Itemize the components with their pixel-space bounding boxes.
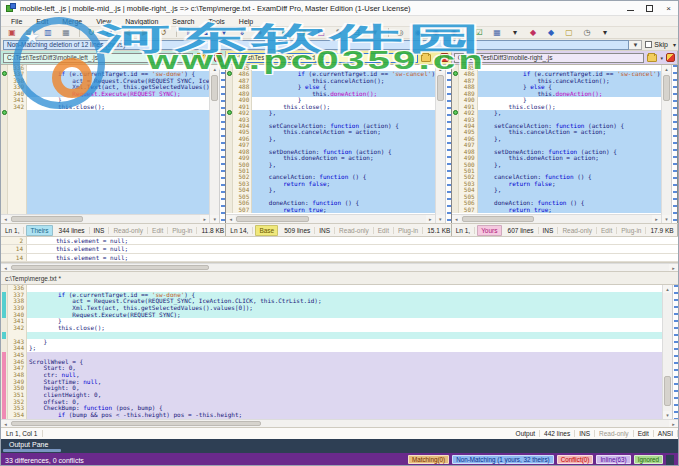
recompare-file-icon[interactable] xyxy=(666,53,675,62)
copy-block-right-icon[interactable]: ▶ xyxy=(137,27,153,38)
current-difference-combobox[interactable]: Non-Matching deletion of 12 lines (their… xyxy=(3,40,629,50)
open-file-icon[interactable] xyxy=(421,54,431,62)
hscroll-track[interactable] xyxy=(10,215,200,223)
undo-icon[interactable]: ↺ xyxy=(155,27,171,38)
pane-hscrollbar[interactable]: ◂▸ xyxy=(452,214,661,223)
scroll-right-icon[interactable]: ▸ xyxy=(200,215,209,223)
scroll-up-icon[interactable]: ▴ xyxy=(210,65,219,73)
hscroll-track[interactable] xyxy=(461,215,652,223)
last-diff-icon[interactable]: ⇓ xyxy=(234,27,250,38)
diff-map[interactable] xyxy=(219,65,225,223)
scroll-down-icon[interactable]: ▾ xyxy=(210,215,219,223)
hscroll-thumb[interactable] xyxy=(11,216,83,222)
code-area[interactable]: 485486 if (e.currentTarget.id == 'sw-can… xyxy=(226,65,434,214)
close-button[interactable]: × xyxy=(659,2,678,15)
pane-hscrollbar[interactable]: ◂▸ xyxy=(1,214,209,223)
open-file-icon[interactable] xyxy=(196,54,206,62)
merge-choice-icon[interactable] xyxy=(2,71,7,76)
search-icon[interactable]: ◎ xyxy=(392,27,408,38)
copy-block-left-icon[interactable]: ◀ xyxy=(119,27,135,38)
hscroll-track[interactable] xyxy=(235,215,425,223)
scroll-up-icon[interactable]: ▴ xyxy=(662,65,671,73)
merge-vscrollbar[interactable]: ▴ ▾ xyxy=(662,285,672,419)
merge-choice-icon[interactable] xyxy=(227,71,232,76)
hscroll-thumb[interactable] xyxy=(236,216,308,222)
vscroll-thumb[interactable] xyxy=(437,75,444,101)
save-merge-icon[interactable]: ▼ xyxy=(367,27,383,38)
minimize-button[interactable] xyxy=(621,2,640,15)
menu-item-view[interactable]: View xyxy=(89,16,118,27)
legend-badge[interactable]: Conflict(0) xyxy=(557,455,594,464)
toolbar-overflow-icon[interactable]: ▾ xyxy=(597,27,613,38)
legend-badge[interactable]: Ignored xyxy=(634,455,663,464)
menu-item-tools[interactable]: Tools xyxy=(202,16,232,27)
save-icon[interactable]: ▥ xyxy=(40,27,56,38)
vscroll-track[interactable] xyxy=(662,73,671,215)
menu-item-merge[interactable]: Merge xyxy=(55,16,89,27)
pane-vscrollbar[interactable]: ▴▾ xyxy=(661,65,671,223)
open-session-icon[interactable]: ▤ xyxy=(22,27,38,38)
diff-map[interactable] xyxy=(445,65,451,223)
open-file-dropdown-icon[interactable]: ▾ xyxy=(209,55,212,61)
yours-block-icon[interactable]: ◩ xyxy=(313,27,329,38)
current-diff-icon[interactable]: ● xyxy=(252,27,268,38)
view-grid-icon[interactable]: ▦ xyxy=(489,27,505,38)
open-file-icon[interactable] xyxy=(647,54,657,62)
legend-badge[interactable]: Non-Matching (1 yours, 32 theirs) xyxy=(452,455,553,464)
base-block-icon[interactable]: ◨ xyxy=(295,27,311,38)
output-pane-titlebar[interactable]: Output Pane xyxy=(1,439,678,453)
options-icon[interactable]: ◆ xyxy=(543,27,559,38)
menu-item-help[interactable]: Help xyxy=(232,16,260,27)
scroll-up-icon[interactable]: ▴ xyxy=(663,285,672,293)
merge-icon[interactable]: ⇶ xyxy=(349,27,365,38)
show-diffs-checkbox-icon[interactable]: ☑ xyxy=(471,27,487,38)
merge-choice-icon[interactable] xyxy=(453,71,458,76)
prev-diff-icon[interactable]: ▲ xyxy=(198,27,214,38)
pane-vscrollbar[interactable]: ▴▾ xyxy=(435,65,445,223)
snapshot-icon[interactable]: ▢ xyxy=(561,27,577,38)
next-diff-icon[interactable]: ▼ xyxy=(216,27,232,38)
maximize-button[interactable] xyxy=(640,2,659,15)
new-session-icon[interactable]: ▣ xyxy=(4,27,20,38)
hscroll-thumb[interactable] xyxy=(462,216,535,222)
inspector-hscrollbar[interactable]: ◂ ▸ xyxy=(1,263,678,271)
pane-hscrollbar[interactable]: ◂▸ xyxy=(226,214,434,223)
scroll-left-icon[interactable]: ◂ xyxy=(226,215,235,223)
menu-item-file[interactable]: File xyxy=(4,16,29,27)
skip-checkbox[interactable] xyxy=(645,41,652,48)
first-diff-icon[interactable]: ⇑ xyxy=(180,27,196,38)
skip-checkbox-group[interactable]: Skip xyxy=(645,41,668,48)
clock-icon[interactable]: ◷ xyxy=(579,27,595,38)
theirs-block-icon[interactable]: ◧ xyxy=(277,27,293,38)
row-overflow-icon[interactable]: ▾ xyxy=(673,41,676,48)
scroll-right-icon[interactable]: ▸ xyxy=(652,215,661,223)
vscroll-track[interactable] xyxy=(436,73,445,215)
menu-item-edit[interactable]: Edit xyxy=(29,16,55,27)
merge-diff-map[interactable] xyxy=(672,285,678,419)
file-path-field-right[interactable]: C:\Test\Test\Diff3\mobile-right_.js xyxy=(454,53,645,63)
legend-badge[interactable]: Inline(63) xyxy=(596,455,630,464)
edit-icon[interactable]: ✎ xyxy=(331,27,347,38)
merge-choice-icon[interactable] xyxy=(227,110,232,115)
merge-hscrollbar[interactable]: ◂ ▸ xyxy=(1,419,678,427)
scroll-down-icon[interactable]: ▾ xyxy=(436,215,445,223)
scroll-down-icon[interactable]: ▾ xyxy=(663,411,672,419)
resize-grip[interactable] xyxy=(666,455,674,465)
legend-badge[interactable]: Matching(0) xyxy=(408,455,449,464)
scroll-left-icon[interactable]: ◂ xyxy=(1,215,10,223)
scroll-left-icon[interactable]: ◂ xyxy=(452,215,461,223)
scroll-right-icon[interactable]: ▸ xyxy=(426,215,435,223)
recompare-file-icon[interactable] xyxy=(214,53,223,62)
scroll-right-icon[interactable]: ▸ xyxy=(669,420,678,427)
scroll-down-icon[interactable]: ▾ xyxy=(662,215,671,223)
vscroll-thumb[interactable] xyxy=(663,75,670,101)
menu-item-navigation[interactable]: Navigation xyxy=(118,16,165,27)
scroll-left-icon[interactable]: ◂ xyxy=(1,264,10,271)
scroll-up-icon[interactable]: ▴ xyxy=(436,65,445,73)
recompare-icon[interactable]: ↻ xyxy=(83,27,99,38)
swap-panes-icon[interactable]: ⇄ xyxy=(101,27,117,38)
file-path-field-middle[interactable]: C:\Test\Test\Diff3\mobile-mid_.js xyxy=(228,53,418,63)
find-prev-binoculars-icon[interactable]: ◉ xyxy=(446,27,462,38)
merge-choice-icon[interactable] xyxy=(453,110,458,115)
scroll-right-icon[interactable]: ▸ xyxy=(669,264,678,271)
